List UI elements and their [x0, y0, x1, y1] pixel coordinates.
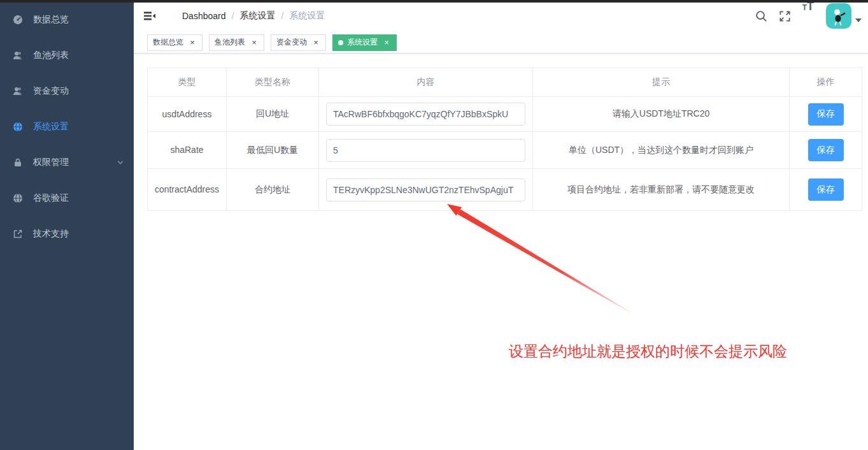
globe-icon: [13, 193, 23, 203]
lock-icon: [13, 157, 23, 168]
sidebar-item-fish-pool-list[interactable]: 鱼池列表: [0, 38, 134, 73]
contract-address-input[interactable]: [326, 178, 525, 201]
sidebar-item-permission-management[interactable]: 权限管理: [0, 145, 134, 180]
dashboard-icon: [13, 15, 23, 25]
cell-type: contractAddress: [148, 169, 227, 211]
window-top-strip: [0, 0, 868, 3]
cell-action: 保存: [790, 97, 862, 132]
sidebar-item-label: 谷歌验证: [33, 192, 69, 204]
chevron-down-icon: [117, 159, 124, 166]
breadcrumb-item-system-settings[interactable]: 系统设置: [239, 10, 275, 22]
globe-icon: [13, 122, 23, 132]
cell-hint: 单位（USDT），当达到这个数量时才回到账户: [533, 132, 790, 169]
cell-content: [319, 132, 533, 169]
cell-type: usdtAddress: [148, 97, 227, 132]
topbar-actions: TT: [750, 0, 868, 32]
save-button[interactable]: 保存: [808, 178, 844, 201]
annotation-text: 设置合约地址就是授权的时候不会提示风险: [509, 342, 787, 361]
page-content: 类型 类型名称 内容 提示 操作 usdtAddress 回U地址 请输入USD…: [134, 54, 868, 211]
cell-content: [319, 169, 533, 211]
cell-hint: 项目合约地址，若非重新部署，请不要随意更改: [533, 169, 790, 211]
external-link-icon: [13, 229, 23, 239]
usdt-address-input[interactable]: [326, 103, 525, 126]
sidebar-item-system-settings[interactable]: 系统设置: [0, 109, 134, 145]
sidebar-item-label: 权限管理: [33, 157, 69, 168]
settings-table: 类型 类型名称 内容 提示 操作 usdtAddress 回U地址 请输入USD…: [147, 68, 862, 211]
caret-down-icon[interactable]: [855, 18, 862, 22]
close-icon[interactable]: ×: [250, 38, 259, 47]
table-row: contractAddress 合约地址 项目合约地址，若非重新部署，请不要随意…: [148, 169, 862, 211]
users-icon: [13, 86, 23, 96]
avatar[interactable]: [826, 3, 851, 29]
cell-hint: 请输入USDT地址TRC20: [533, 97, 790, 132]
search-icon[interactable]: [750, 0, 773, 32]
tab-fish-pool-list[interactable]: 鱼池列表 ×: [209, 34, 264, 51]
table-row: shaRate 最低回U数量 单位（USDT），当达到这个数量时才回到账户 保存: [148, 132, 862, 169]
topbar: Dashboard / 系统设置 / 系统设置 TT: [134, 0, 868, 32]
sidebar-item-label: 系统设置: [33, 121, 69, 133]
tabs-bar: 数据总览 × 鱼池列表 × 资金变动 × 系统设置 ×: [134, 32, 868, 54]
sidebar-item-label: 资金变动: [33, 85, 69, 97]
cell-content: [319, 97, 533, 132]
breadcrumb-separator: /: [281, 11, 283, 21]
sidebar-item-google-verification[interactable]: 谷歌验证: [0, 180, 134, 216]
text-size-icon[interactable]: TT: [797, 0, 820, 32]
close-icon[interactable]: ×: [382, 38, 391, 47]
column-header-type: 类型: [148, 68, 227, 97]
close-icon[interactable]: ×: [311, 38, 320, 47]
cell-type-name: 回U地址: [227, 97, 319, 132]
save-button[interactable]: 保存: [808, 103, 844, 126]
sidebar-item-fund-changes[interactable]: 资金变动: [0, 73, 134, 109]
active-tab-dot: [338, 40, 343, 45]
sidebar: 数据总览 鱼池列表 资金变动 系统设置 权限管理: [0, 0, 134, 450]
cell-type-name: 合约地址: [227, 169, 319, 211]
column-header-type-name: 类型名称: [227, 68, 319, 97]
table-header-row: 类型 类型名称 内容 提示 操作: [148, 68, 862, 97]
table-row: usdtAddress 回U地址 请输入USDT地址TRC20 保存: [148, 97, 862, 132]
sha-rate-input[interactable]: [326, 139, 525, 162]
breadcrumb-separator: /: [232, 11, 234, 21]
cell-type: shaRate: [148, 132, 227, 169]
sidebar-item-label: 鱼池列表: [33, 50, 69, 61]
sidebar-menu: 数据总览 鱼池列表 资金变动 系统设置 权限管理: [0, 0, 134, 252]
close-icon[interactable]: ×: [188, 38, 197, 47]
tab-system-settings[interactable]: 系统设置 ×: [332, 34, 397, 51]
cell-action: 保存: [790, 132, 862, 169]
hamburger-icon[interactable]: [134, 0, 166, 32]
column-header-hint: 提示: [533, 68, 790, 97]
sidebar-item-label: 数据总览: [33, 14, 69, 25]
column-header-action: 操作: [790, 68, 862, 97]
fullscreen-icon[interactable]: [773, 0, 797, 32]
tab-fund-changes[interactable]: 资金变动 ×: [271, 34, 326, 51]
column-header-content: 内容: [319, 68, 533, 97]
cell-action: 保存: [790, 169, 862, 211]
sidebar-item-label: 技术支持: [33, 228, 69, 240]
breadcrumb-item-dashboard[interactable]: Dashboard: [182, 11, 226, 21]
sidebar-item-tech-support[interactable]: 技术支持: [0, 216, 134, 252]
cell-type-name: 最低回U数量: [227, 132, 319, 169]
main-area: Dashboard / 系统设置 / 系统设置 TT 数据总览 ×: [134, 0, 868, 450]
sidebar-item-data-overview[interactable]: 数据总览: [0, 2, 134, 38]
breadcrumb: Dashboard / 系统设置 / 系统设置: [182, 10, 325, 22]
users-icon: [13, 50, 23, 61]
breadcrumb-item-current: 系统设置: [289, 10, 325, 22]
tab-data-overview[interactable]: 数据总览 ×: [147, 34, 203, 51]
save-button[interactable]: 保存: [808, 139, 844, 161]
